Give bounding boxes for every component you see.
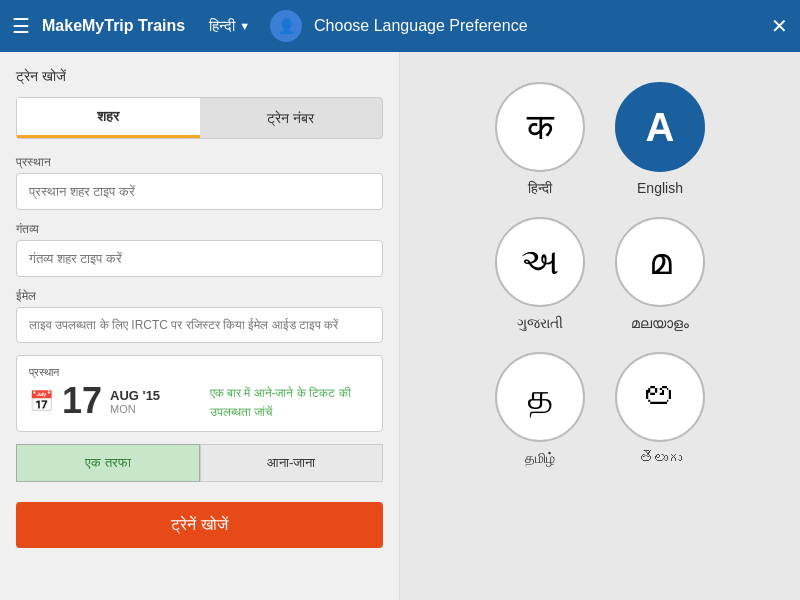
language-symbol-3: മ [615, 217, 705, 307]
departure-field-group: प्रस्थान [16, 155, 383, 210]
app-header: ☰ MakeMyTrip Trains हिन्दी ▼ 👤 Choose La… [0, 0, 800, 52]
dropdown-arrow-icon: ▼ [239, 20, 250, 32]
date-month-day: AUG '15 MON [110, 388, 160, 415]
language-name-2: ગુજરાતી [517, 315, 563, 332]
language-symbol-4: த [495, 352, 585, 442]
language-symbol-1: A [615, 82, 705, 172]
calendar-icon: 📅 [29, 389, 54, 413]
destination-input[interactable] [16, 240, 383, 277]
language-name-4: தமிழ் [525, 450, 555, 467]
language-option-[interactable]: અગુજરાતી [495, 217, 585, 332]
search-trains-button[interactable]: ट्रेनें खोजें [16, 502, 383, 548]
tab-one-way[interactable]: एक तरफा [16, 444, 200, 482]
date-dow: MON [110, 403, 160, 415]
search-section-title: ट्रेन खोजें [16, 68, 383, 85]
language-option-english[interactable]: AEnglish [615, 82, 705, 197]
language-option-[interactable]: ததமிழ் [495, 352, 585, 467]
language-name-5: తెలుగు [639, 450, 682, 466]
email-label: ईमेल [16, 289, 383, 303]
language-symbol-0: क [495, 82, 585, 172]
language-name-1: English [637, 180, 683, 196]
language-symbol-2: અ [495, 217, 585, 307]
date-day: 17 [62, 383, 102, 419]
date-info: 📅 17 AUG '15 MON [29, 383, 190, 419]
language-name-3: മലയാളം [631, 315, 689, 332]
language-preference-panel: कहिन्दीAEnglishઅગુજરાતીമമലയാളംததமிழ்అతెల… [400, 52, 800, 600]
destination-field-group: गंतव्य [16, 222, 383, 277]
departure-input[interactable] [16, 173, 383, 210]
search-type-tabs: शहर ट्रेन नंबर [16, 97, 383, 139]
app-logo: MakeMyTrip Trains [42, 17, 185, 35]
departure-label: प्रस्थान [16, 155, 383, 169]
email-field-group: ईमेल [16, 289, 383, 343]
language-option-[interactable]: कहिन्दी [495, 82, 585, 197]
language-grid: कहिन्दीAEnglishઅગુજરાતીമമലയാളംததமிழ்అతెల… [495, 82, 705, 467]
round-trip-text: एक बार में आने-जाने के टिकट की उपलब्धता … [210, 386, 351, 419]
main-layout: ट्रेन खोजें शहर ट्रेन नंबर प्रस्थान गंतव… [0, 52, 800, 600]
search-panel: ट्रेन खोजें शहर ट्रेन नंबर प्रस्थान गंतव… [0, 52, 400, 600]
tab-city[interactable]: शहर [17, 98, 200, 138]
tab-train-number[interactable]: ट्रेन नंबर [200, 98, 383, 138]
close-icon[interactable]: ✕ [771, 14, 788, 38]
date-section[interactable]: प्रस्थान 📅 17 AUG '15 MON एक बार में आने… [16, 355, 383, 432]
date-month: AUG '15 [110, 388, 160, 403]
current-language-label: हिन्दी [209, 17, 235, 35]
language-option-[interactable]: മമലയാളം [615, 217, 705, 332]
destination-label: गंतव्य [16, 222, 383, 236]
date-section-label: प्रस्थान [29, 366, 370, 379]
journey-type-tabs: एक तरफा आना-जाना [16, 444, 383, 482]
tab-round-trip[interactable]: आना-जाना [200, 444, 384, 482]
email-input[interactable] [16, 307, 383, 343]
language-option-[interactable]: అతెలుగు [615, 352, 705, 467]
language-selector-button[interactable]: हिन्दी ▼ [209, 17, 250, 35]
menu-icon[interactable]: ☰ [12, 14, 30, 38]
language-name-0: हिन्दी [528, 180, 552, 197]
profile-icon[interactable]: 👤 [270, 10, 302, 42]
modal-title: Choose Language Preference [314, 17, 771, 35]
language-symbol-5: అ [615, 352, 705, 442]
round-trip-message: एक बार में आने-जाने के टिकट की उपलब्धता … [210, 383, 371, 421]
